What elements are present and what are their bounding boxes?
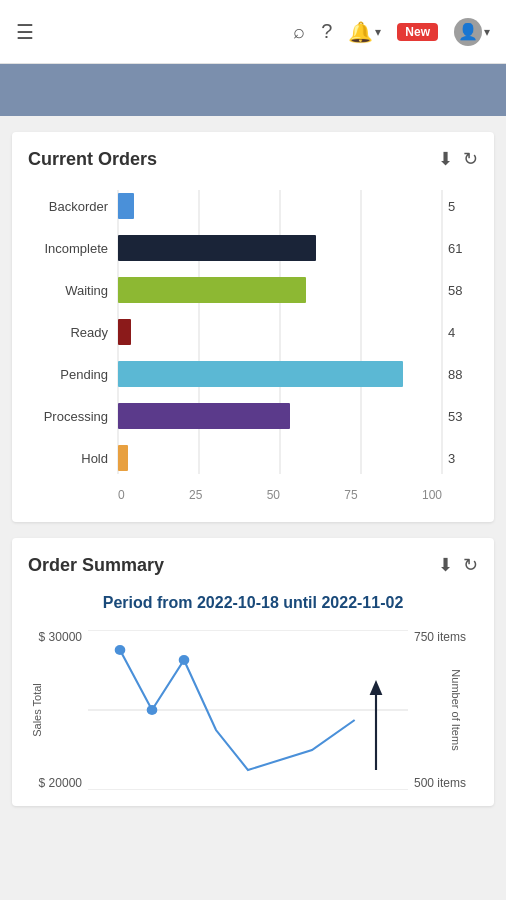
y-axis-right: 750 items 500 items Number of Items [408, 630, 478, 790]
help-button[interactable]: ? [321, 20, 332, 43]
bell-icon: 🔔 [348, 20, 373, 44]
notification-chevron-icon: ▾ [375, 25, 381, 39]
chart-value-backorder: 5 [448, 199, 478, 214]
chart-label-hold: Hold [28, 451, 118, 466]
order-summary-title: Order Summary [28, 555, 164, 576]
avatar-button[interactable]: 👤 ▾ [454, 18, 490, 46]
chart-bar-area-backorder [118, 193, 442, 219]
y-right-label-top: 750 items [414, 630, 478, 644]
chart-dot-3 [179, 655, 190, 665]
y-left-axis-label: Sales Total [31, 684, 43, 738]
search-icon: ⌕ [293, 20, 305, 43]
chart-bar-ready [118, 319, 131, 345]
chart-label-pending: Pending [28, 367, 118, 382]
avatar-icon: 👤 [454, 18, 482, 46]
chart-bar-area-incomplete [118, 235, 442, 261]
header-left: ☰ [16, 20, 34, 44]
x-axis-50: 50 [267, 488, 280, 502]
y-axis-left: Sales Total $ 30000 $ 20000 [28, 630, 88, 790]
x-axis-100: 100 [422, 488, 442, 502]
order-summary-download-icon[interactable]: ⬇ [438, 554, 453, 576]
chart-value-hold: 3 [448, 451, 478, 466]
chart-bar-incomplete [118, 235, 316, 261]
order-summary-subtitle: Period from 2022-10-18 until 2022-11-02 [28, 592, 478, 614]
chart-label-processing: Processing [28, 409, 118, 424]
header-right: ⌕ ? 🔔 ▾ New 👤 ▾ [293, 18, 490, 46]
chart-dot-1 [115, 645, 126, 655]
search-button[interactable]: ⌕ [293, 20, 305, 43]
order-summary-card: Order Summary ⬇ ↻ Period from 2022-10-18… [12, 538, 494, 806]
summary-chart-wrapper: Sales Total $ 30000 $ 20000 [28, 630, 478, 790]
chart-x-axis: 0 25 50 75 100 [118, 484, 442, 502]
order-summary-actions: ⬇ ↻ [438, 554, 478, 576]
chart-bar-area-hold [118, 445, 442, 471]
y-left-label-top: $ 30000 [28, 630, 82, 644]
chart-bar-area-pending [118, 361, 442, 387]
chart-value-incomplete: 61 [448, 241, 478, 256]
app-header: ☰ ⌕ ? 🔔 ▾ New 👤 ▾ [0, 0, 506, 64]
chart-row-processing: Processing 53 [28, 400, 478, 432]
chart-dot-2 [147, 705, 158, 715]
hamburger-menu-button[interactable]: ☰ [16, 20, 34, 44]
current-orders-header: Current Orders ⬇ ↻ [28, 148, 478, 170]
avatar-chevron-icon: ▾ [484, 25, 490, 39]
refresh-icon[interactable]: ↻ [463, 148, 478, 170]
chart-row-incomplete: Incomplete 61 [28, 232, 478, 264]
chart-label-waiting: Waiting [28, 283, 118, 298]
current-orders-chart: Backorder 5 Incomplete 61 Waiting [28, 186, 478, 506]
help-icon: ? [321, 20, 332, 43]
order-summary-header: Order Summary ⬇ ↻ [28, 554, 478, 576]
chart-bar-processing [118, 403, 290, 429]
summary-line-chart [88, 630, 408, 790]
chart-value-waiting: 58 [448, 283, 478, 298]
chart-value-pending: 88 [448, 367, 478, 382]
chart-value-processing: 53 [448, 409, 478, 424]
chart-bar-hold [118, 445, 128, 471]
blue-banner [0, 64, 506, 116]
current-orders-card: Current Orders ⬇ ↻ Backorder 5 [12, 132, 494, 522]
chart-row-ready: Ready 4 [28, 316, 478, 348]
chart-bar-pending [118, 361, 403, 387]
y-right-axis-label: Number of Items [449, 670, 461, 751]
chart-label-backorder: Backorder [28, 199, 118, 214]
chart-bar-area-processing [118, 403, 442, 429]
notification-button[interactable]: 🔔 ▾ [348, 20, 381, 44]
chart-bar-area-ready [118, 319, 442, 345]
x-axis-75: 75 [344, 488, 357, 502]
order-summary-refresh-icon[interactable]: ↻ [463, 554, 478, 576]
download-icon[interactable]: ⬇ [438, 148, 453, 170]
chart-row-backorder: Backorder 5 [28, 190, 478, 222]
current-orders-title: Current Orders [28, 149, 157, 170]
chart-label-incomplete: Incomplete [28, 241, 118, 256]
chart-label-ready: Ready [28, 325, 118, 340]
chart-arrow [370, 680, 383, 695]
x-axis-0: 0 [118, 488, 125, 502]
chart-row-pending: Pending 88 [28, 358, 478, 390]
chart-rows-wrapper: Backorder 5 Incomplete 61 Waiting [28, 190, 478, 474]
new-badge[interactable]: New [397, 23, 438, 41]
card-actions: ⬇ ↻ [438, 148, 478, 170]
chart-bar-backorder [118, 193, 134, 219]
y-left-label-bottom: $ 20000 [28, 776, 82, 790]
chart-row-hold: Hold 3 [28, 442, 478, 474]
x-axis-25: 25 [189, 488, 202, 502]
summary-chart-svg-area [88, 630, 408, 790]
chart-bar-area-waiting [118, 277, 442, 303]
y-right-label-bottom: 500 items [414, 776, 478, 790]
chart-value-ready: 4 [448, 325, 478, 340]
chart-bar-waiting [118, 277, 306, 303]
chart-row-waiting: Waiting 58 [28, 274, 478, 306]
